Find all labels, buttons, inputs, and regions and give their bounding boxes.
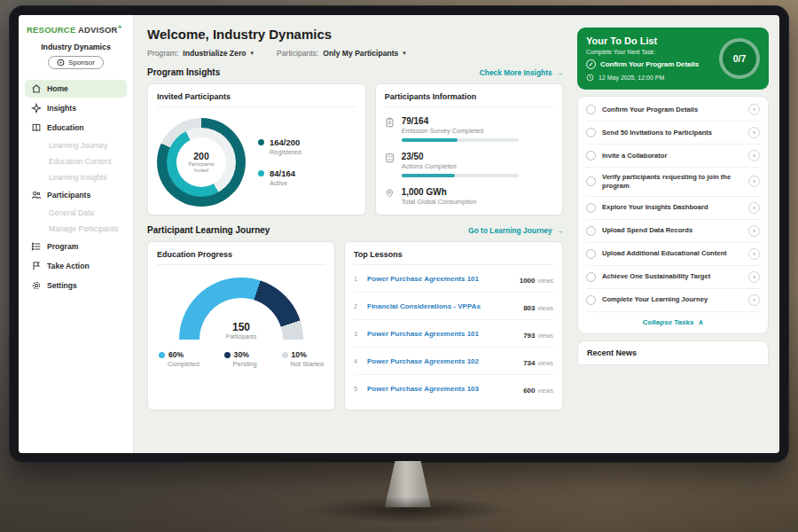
lesson-row[interactable]: 2 Financial Considerations - VPPAs 803vi…: [354, 293, 553, 320]
participants-dropdown[interactable]: Participants: Only My Participants ▾: [277, 49, 406, 58]
sidebar-item-learning-journey[interactable]: Learning Journey: [25, 138, 127, 153]
sidebar-item-participants[interactable]: Participants: [25, 186, 127, 204]
sponsor-badge[interactable]: Sponsor: [48, 56, 104, 69]
sidebar-item-manage-participants[interactable]: Manage Participants: [25, 222, 127, 236]
collapse-tasks-button[interactable]: Collapse Tasks ∧: [586, 312, 760, 332]
sidebar-nav: Home Insights Education Learning Journey…: [25, 80, 127, 294]
chevron-right-icon[interactable]: ›: [748, 127, 760, 138]
sponsor-label: Sponsor: [68, 59, 95, 66]
lesson-views: 1000: [520, 277, 536, 285]
next-task-label: Confirm Your Program Details: [600, 60, 699, 68]
chevron-right-icon[interactable]: ›: [748, 202, 760, 214]
chevron-up-icon: ∧: [698, 318, 703, 326]
link-label: Go to Learning Journey: [468, 226, 552, 235]
invited-donut-chart: 200 Participants Invited: [157, 118, 246, 207]
invited-participants-card: Invited Participants 200 Participants In…: [147, 83, 366, 215]
lesson-title-link[interactable]: Power Purchase Agreements 101: [367, 330, 517, 338]
todo-summary-card: Your To Do List Complete Your Next Task:…: [577, 27, 769, 90]
participants-value: Only My Participants: [323, 49, 398, 58]
sidebar-item-program[interactable]: Program: [25, 238, 127, 255]
chevron-right-icon[interactable]: ›: [748, 271, 760, 283]
task-list: Confirm Your Program Details › Send 50 I…: [577, 96, 769, 334]
legend-label: Completed: [159, 360, 200, 368]
task-checkbox[interactable]: [586, 249, 596, 259]
sidebar: RESOURCE ADVISOR+ Industry Dynamics Spon…: [19, 15, 134, 453]
sidebar-item-insights[interactable]: Insights: [25, 99, 127, 117]
brand-resource: RESOURCE: [27, 25, 75, 35]
lesson-views-unit: views: [537, 360, 553, 366]
check-more-insights-link[interactable]: Check More Insights →: [480, 68, 563, 77]
task-checkbox[interactable]: [586, 203, 596, 213]
task-row[interactable]: Confirm Your Program Details ›: [586, 98, 760, 121]
lesson-rank: 2: [354, 302, 361, 310]
metric-value: 1,000 GWh: [402, 187, 477, 197]
sidebar-item-home[interactable]: Home: [25, 80, 127, 98]
legend-dot: [282, 352, 288, 358]
task-label: Complete Your Learning Journey: [602, 295, 742, 304]
task-checkbox[interactable]: [586, 176, 596, 186]
task-checkbox[interactable]: [586, 295, 596, 305]
chevron-right-icon[interactable]: ›: [748, 248, 760, 260]
task-row[interactable]: Explore Your Insights Dashboard ›: [586, 197, 760, 220]
task-label: Explore Your Insights Dashboard: [602, 203, 742, 212]
sidebar-item-education-content[interactable]: Education Content: [25, 154, 127, 168]
task-checkbox[interactable]: [586, 128, 596, 137]
metric-value: 23/50: [402, 152, 519, 161]
sidebar-item-settings[interactable]: Settings: [25, 277, 127, 294]
lesson-row[interactable]: 4 Power Purchase Agreements 102 734views: [354, 348, 553, 375]
gear-icon: [31, 280, 42, 291]
chevron-right-icon[interactable]: ›: [748, 104, 760, 115]
sidebar-item-education[interactable]: Education: [25, 119, 127, 137]
flag-icon: [31, 261, 42, 271]
lesson-rank: 1: [354, 275, 361, 283]
chevron-right-icon[interactable]: ›: [748, 225, 760, 237]
task-checkbox[interactable]: [586, 226, 596, 236]
chevron-right-icon[interactable]: ›: [748, 294, 760, 306]
org-name: Industry Dynamics: [25, 43, 127, 51]
task-row[interactable]: Complete Your Learning Journey ›: [586, 289, 760, 312]
go-to-learning-journey-link[interactable]: Go to Learning Journey →: [468, 226, 563, 235]
metric-label: Emission Survey Completed: [402, 127, 519, 135]
task-checkbox[interactable]: [586, 272, 596, 282]
legend-dot: [258, 139, 264, 145]
todo-progress-ring: 0/7: [719, 38, 760, 79]
task-row[interactable]: Invite a Collaborator ›: [586, 145, 760, 168]
sidebar-item-general-data[interactable]: General Data: [25, 206, 127, 220]
legend-label: Registered: [270, 148, 301, 156]
task-row[interactable]: Upload Spend Data Records ›: [586, 220, 760, 243]
clipboard-icon: [385, 117, 395, 128]
nav-label: Take Action: [47, 262, 90, 270]
chevron-right-icon[interactable]: ›: [748, 176, 760, 187]
recent-news-header[interactable]: Recent News: [577, 340, 769, 365]
task-label: Confirm Your Program Details: [602, 106, 742, 114]
task-row[interactable]: Send 50 Invitations to Participants ›: [586, 121, 760, 145]
lesson-title-link[interactable]: Power Purchase Agreements 101: [367, 275, 513, 283]
lesson-title-link[interactable]: Financial Considerations - VPPAs: [367, 302, 517, 310]
donut-center-value: 200: [193, 151, 209, 161]
lesson-row[interactable]: 1 Power Purchase Agreements 101 1000view…: [354, 265, 553, 293]
collapse-label: Collapse Tasks: [643, 318, 694, 326]
legend-item-active: 84/164 Active: [258, 168, 301, 187]
sidebar-item-learning-insights[interactable]: Learning Insights: [25, 170, 127, 184]
task-checkbox[interactable]: [586, 105, 596, 114]
progress-fill: [402, 174, 456, 177]
lesson-title-link[interactable]: Power Purchase Agreements 102: [367, 357, 517, 365]
lesson-title-link[interactable]: Power Purchase Agreements 103: [367, 385, 517, 393]
todo-due: 12 May 2025, 12:00 PM: [586, 74, 699, 82]
monitor-bezel: RESOURCE ADVISOR+ Industry Dynamics Spon…: [9, 5, 789, 463]
card-title: Participants Information: [385, 92, 553, 107]
due-label: 12 May 2025, 12:00 PM: [598, 74, 664, 81]
task-row[interactable]: Verify participants requesting to join t…: [586, 168, 760, 197]
home-icon: [31, 83, 42, 94]
todo-next-task[interactable]: ✓ Confirm Your Program Details: [586, 59, 699, 69]
task-row[interactable]: Achieve One Sustainability Target ›: [586, 266, 760, 289]
program-dropdown[interactable]: Program: Industrialize Zero ▾: [147, 49, 254, 58]
lesson-row[interactable]: 5 Power Purchase Agreements 103 600views: [354, 375, 553, 402]
task-checkbox[interactable]: [586, 151, 596, 160]
task-row[interactable]: Upload Additional Educational Content ›: [586, 243, 760, 266]
chevron-right-icon[interactable]: ›: [748, 150, 760, 161]
brand-logo: RESOURCE ADVISOR+: [25, 23, 127, 35]
sidebar-item-take-action[interactable]: Take Action: [25, 257, 127, 275]
lesson-views-unit: views: [537, 387, 553, 394]
lesson-row[interactable]: 3 Power Purchase Agreements 101 793views: [354, 320, 553, 348]
